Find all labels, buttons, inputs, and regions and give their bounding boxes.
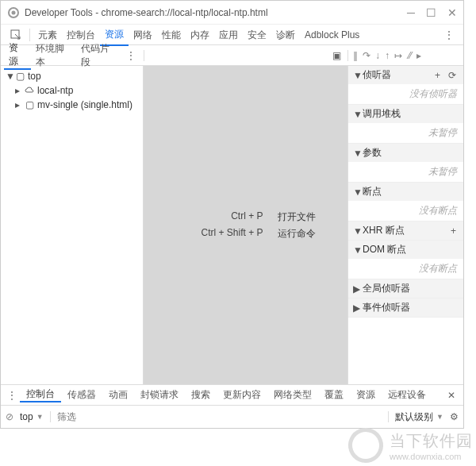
tree-item-label: mv-single (single.html) [37,99,132,110]
section-body: 没有侦听器 [348,84,463,104]
chevron-right-icon: ▸ [15,85,21,96]
window-frame-icon: ▢ [15,71,25,81]
chevron-down-icon: ▼ [353,109,359,120]
chevron-down-icon: ▼ [353,245,359,256]
watermark-url: www.downxia.com [390,452,473,461]
section-dom-breakpoints: ▼DOM 断点 没有断点 [348,241,463,279]
navigator-more-icon[interactable]: ⋮ [121,50,140,61]
section-body: 未暂停 [348,162,463,182]
tab-audits[interactable]: 诊断 [271,25,300,45]
context-label: top [20,411,33,422]
section-header[interactable]: ▶全局侦听器 [348,279,463,298]
refresh-icon[interactable]: ⟳ [446,70,459,81]
add-icon[interactable]: + [432,70,443,81]
section-header[interactable]: ▶事件侦听器 [348,298,463,317]
drawer-tab-sensors[interactable]: 传感器 [61,388,102,402]
deactivate-breakpoints-icon[interactable]: ⁄⁄ [409,50,412,61]
file-tree: ▼ ▢ top ▸ local-ntp ▸ ▢ mv-single (singl… [1,66,144,384]
console-filterbar: ⊘ top ▼ 默认级别 ▼ ⚙ [1,406,463,428]
drawer-tab-coverage[interactable]: 覆盖 [318,388,350,402]
svg-point-1 [12,10,16,14]
chevron-down-icon: ▼ [36,413,44,421]
drawer-tab-console[interactable]: 控制台 [20,387,61,402]
hint-keys: Ctrl + P [176,210,263,224]
add-icon[interactable]: + [448,225,459,237]
hint-text: 运行命令 [278,227,316,241]
collapse-editor-icon[interactable]: ▣ [329,50,344,61]
maximize-button[interactable]: ☐ [426,7,436,18]
drawer-tab-changes[interactable]: 更新内容 [217,388,267,402]
tree-top-label: top [28,71,41,82]
tab-memory[interactable]: 内存 [186,25,214,45]
tab-application[interactable]: 应用 [214,25,243,45]
step-out-icon[interactable]: ↑ [385,50,390,61]
context-selector[interactable]: top ▼ [20,411,44,422]
section-callstack: ▼调用堆栈 未暂停 [348,105,463,144]
section-watch: ▼侦听器+⟳ 没有侦听器 [348,66,463,105]
step-over-icon[interactable]: ↷ [363,50,370,61]
close-button[interactable]: ✕ [447,7,457,18]
drawer-tab-search[interactable]: 搜索 [185,388,217,402]
section-header[interactable]: ▼侦听器+⟳ [348,66,463,84]
separator [29,29,30,41]
level-selector[interactable]: 默认级别 ▼ [395,410,443,424]
watermark-name: 当下软件园 [390,430,473,452]
titlebar: Developer Tools - chrome-search://local-… [1,1,463,25]
window-controls: ─ ☐ ✕ [407,7,457,18]
settings-icon[interactable]: ⚙ [450,411,459,422]
section-breakpoints: ▼断点 没有断点 [348,183,463,221]
hint-text: 打开文件 [278,210,316,224]
tree-item-local-ntp[interactable]: ▸ local-ntp [6,83,138,98]
section-scope: ▼参数 未暂停 [348,144,463,183]
toolbar-more-icon[interactable]: ⋮ [440,29,459,40]
drawer-more-icon[interactable]: ⋮ [4,390,20,401]
section-header[interactable]: ▼调用堆栈 [348,105,463,123]
tab-security[interactable]: 安全 [243,25,271,45]
debug-controls: ‖ ↷ ↓ ↑ ↦ ⁄⁄ ▸ [348,50,463,61]
tab-adblock[interactable]: Adblock Plus [300,25,364,45]
inspect-icon[interactable] [6,29,26,40]
chevron-down-icon: ▼ [6,71,12,82]
editor-hints: Ctrl + P 打开文件 Ctrl + Shift + P 运行命令 [176,207,316,244]
subtab-content-scripts[interactable]: 环境脚本 [31,42,76,69]
section-body: 没有断点 [348,259,463,279]
sources-subtoolbar: 资源 环境脚本 代码片段 ⋮ ▣ ‖ ↷ ↓ ↑ ↦ ⁄⁄ ▸ [1,45,463,66]
chevron-down-icon: ▼ [353,225,359,237]
filter-input[interactable] [57,411,176,422]
console-drawer: ⋮ 控制台 传感器 动画 封锁请求 搜索 更新内容 网络类型 覆盖 资源 远程设… [1,384,463,428]
clear-console-icon[interactable]: ⊘ [6,411,13,422]
main-area: ▼ ▢ top ▸ local-ntp ▸ ▢ mv-single (singl… [1,66,463,384]
section-header[interactable]: ▼DOM 断点 [348,241,463,259]
chevron-down-icon: ▼ [353,70,359,81]
drawer-tabs: ⋮ 控制台 传感器 动画 封锁请求 搜索 更新内容 网络类型 覆盖 资源 远程设… [1,385,463,406]
hint-row: Ctrl + Shift + P 运行命令 [176,227,316,241]
step-into-icon[interactable]: ↓ [375,50,380,61]
drawer-tab-sources[interactable]: 资源 [350,388,382,402]
drawer-tab-remote-devices[interactable]: 远程设备 [382,388,432,402]
minimize-button[interactable]: ─ [407,7,415,18]
tree-item-label: local-ntp [37,85,73,96]
section-header[interactable]: ▼参数 [348,144,463,162]
hint-keys: Ctrl + Shift + P [176,227,263,241]
section-event-listeners: ▶事件侦听器 [348,298,463,318]
step-icon[interactable]: ↦ [394,50,402,61]
pause-icon[interactable]: ‖ [353,50,358,61]
tree-top[interactable]: ▼ ▢ top [6,69,138,83]
drawer-tab-blocking[interactable]: 封锁请求 [134,388,185,402]
frame-icon: ▢ [25,100,34,110]
cloud-icon [25,86,34,95]
drawer-tab-network-conditions[interactable]: 网络类型 [267,388,318,402]
section-header[interactable]: ▼XHR 断点+ [348,221,463,240]
tab-performance[interactable]: 性能 [157,25,186,45]
section-body: 未暂停 [348,123,463,143]
chevron-right-icon: ▶ [353,283,359,295]
editor-pane: Ctrl + P 打开文件 Ctrl + Shift + P 运行命令 [144,66,348,384]
section-body: 没有断点 [348,201,463,221]
resume-icon[interactable]: ▸ [416,50,421,61]
drawer-close-icon[interactable]: ✕ [443,390,460,401]
subtab-snippets[interactable]: 代码片段 [76,42,121,69]
section-header[interactable]: ▼断点 [348,183,463,201]
devtools-window: Developer Tools - chrome-search://local-… [0,0,464,429]
tree-item-mv-single[interactable]: ▸ ▢ mv-single (single.html) [6,98,138,112]
drawer-tab-animations[interactable]: 动画 [102,388,134,402]
